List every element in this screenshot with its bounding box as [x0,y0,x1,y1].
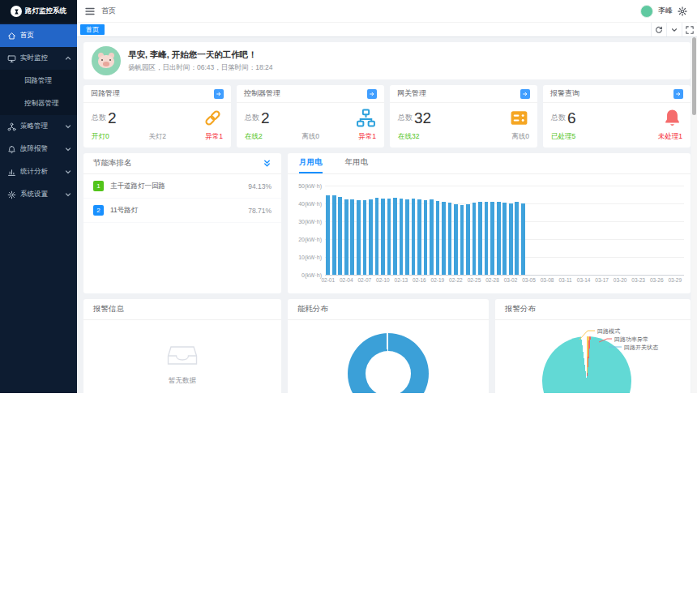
stat-online: 在线32 [398,132,419,142]
stat-lights-on: 开灯0 [92,132,109,142]
share-nodes-icon [7,122,16,131]
tab-home[interactable]: 首页 [80,24,105,35]
alarm-distribution-pie[interactable] [542,336,631,393]
bar-chart-icon [7,168,16,177]
energy-saving-ranking-panel: 节能率排名 1 主干道路灯一回路 94.13% 2 11号路灯 78.71% [83,153,281,293]
energy-distribution-panel: 能耗分布 [288,299,489,393]
scrollbar-thumb[interactable] [692,37,696,115]
empty-text: 暂无数据 [83,376,281,386]
user-name[interactable]: 李峰 [658,6,673,16]
chevron-up-icon [65,55,71,62]
card-title: 网关管理 [397,88,426,99]
stat-offline: 离线0 [511,132,529,142]
sidebar-menu: 首页 实时监控 回路管理 控制器管理 策略管理 [0,23,77,393]
goto-arrow-button[interactable] [520,89,530,99]
fullscreen-icon[interactable] [682,23,697,36]
sidebar: 路灯监控系统 首页 实时监控 回路管理 控制 [0,0,77,393]
alarm-bell-icon [7,145,16,154]
bar-x-axis: 02-0102-0402-0702-1002-1302-1602-1902-22… [325,277,684,287]
sidebar-item-controller-management[interactable]: 控制器管理 [0,92,77,115]
link-icon [203,108,223,128]
panel-title: 能耗分布 [297,304,328,314]
bell-icon [662,108,682,128]
total-label: 总数 [92,113,106,123]
double-chevron-down-icon[interactable] [263,159,272,168]
total-label: 总数 [398,113,413,123]
card-circuit-management: 回路管理 总数 2 开灯0 关灯2 异常1 [83,85,231,148]
alarm-distribution-panel: 报警分布 回路模式 回路功率异常 回路开关状态 [495,299,691,393]
breadcrumb[interactable]: 首页 [101,6,116,16]
stat-online: 在线2 [245,132,263,142]
goto-arrow-button[interactable] [214,89,224,99]
user-avatar[interactable] [640,5,653,18]
total-label: 总数 [245,113,259,123]
home-icon [7,32,16,41]
rank-badge: 1 [93,181,104,191]
app-window: 路灯监控系统 首页 实时监控 回路管理 控制 [0,0,697,393]
refresh-icon[interactable] [651,23,666,36]
welcome-subtitle: 扬帆园区，日出时间：06:43，日落时间：18:24 [128,63,273,73]
top-header: 首页 李峰 [77,0,697,23]
stat-lights-off: 关灯2 [148,132,166,142]
welcome-title: 早安, 李峰, 开始您一天的工作吧！ [128,49,273,61]
panel-title: 节能率排名 [93,158,132,169]
circuit-name: 主干道路灯一回路 [110,182,248,191]
total-value: 6 [567,110,576,126]
collapse-menu-icon[interactable] [85,6,95,16]
stat-handled: 已处理5 [551,132,575,142]
power-usage-chart-panel: 月用电 年用电 50(kW·h)40(kW·h)30(kW·h)20(kW·h)… [288,153,691,293]
card-title: 报警查询 [550,88,579,99]
goto-arrow-button[interactable] [673,89,683,99]
alarm-distribution-chart: 回路模式 回路功率异常 回路开关状态 [495,320,691,393]
chevron-down-icon [65,191,71,198]
app-title: 路灯监控系统 [25,6,66,16]
middle-row: 节能率排名 1 主干道路灯一回路 94.13% 2 11号路灯 78.71% [83,153,691,293]
sidebar-item-statistics[interactable]: 统计分析 [0,160,77,183]
tab-yearly-power[interactable]: 年用电 [345,153,369,173]
empty-inbox-icon [167,344,198,366]
vertical-scrollbar[interactable] [691,37,697,393]
stat-offline: 离线0 [301,132,319,142]
sidebar-item-fault-alarm[interactable]: 故障报警 [0,138,77,160]
alarm-info-panel: 报警信息 暂无数据 [83,299,281,393]
header-user-area: 李峰 [640,5,687,18]
energy-distribution-donut[interactable] [348,333,429,393]
rank-badge: 2 [93,205,104,216]
card-alarm-query: 报警查询 总数 6 已处理5 未处理1 [543,85,691,148]
stat-abnormal: 异常1 [205,132,223,142]
sitemap-icon [356,108,376,128]
sidebar-item-home[interactable]: 首页 [0,24,77,47]
stat-abnormal: 异常1 [358,132,376,142]
chevron-down-icon [65,146,71,152]
welcome-texts: 早安, 李峰, 开始您一天的工作吧！ 扬帆园区，日出时间：06:43，日落时间：… [128,49,273,73]
tag-tab-bar: 首页 [77,23,697,37]
circuit-name: 11号路灯 [110,206,248,216]
card-title: 回路管理 [91,88,120,99]
sidebar-item-system-settings[interactable]: 系统设置 [0,183,77,206]
pie-label-circuit-switch-state: 回路开关状态 [624,344,658,352]
total-label: 总数 [551,113,566,123]
welcome-avatar [92,46,121,75]
total-value: 2 [108,110,117,126]
content-area: 早安, 李峰, 开始您一天的工作吧！ 扬帆园区，日出时间：06:43，日落时间：… [77,37,697,393]
tab-monthly-power[interactable]: 月用电 [299,153,323,173]
panel-title: 报警信息 [93,304,124,314]
ranking-row[interactable]: 2 11号路灯 78.71% [83,199,281,223]
bar-plot [325,186,684,275]
goto-arrow-button[interactable] [367,89,377,99]
panel-title: 报警分布 [505,304,536,314]
settings-gear-icon[interactable] [678,6,687,16]
monitor-icon [7,54,16,63]
total-value: 32 [414,110,431,126]
ranking-row[interactable]: 1 主干道路灯一回路 94.13% [83,174,281,199]
card-controller-management: 控制器管理 总数 2 在线2 离线0 异常1 [237,85,384,148]
chevron-down-icon [65,123,71,130]
chevron-down-icon[interactable] [666,23,682,36]
main-area: 首页 李峰 首页 [77,0,697,393]
monthly-power-bar-chart: 50(kW·h)40(kW·h)30(kW·h)20(kW·h)10(kW·h)… [325,186,684,275]
card-gateway-management: 网关管理 总数 32 在线32 离线0 [390,85,537,148]
sidebar-item-realtime-monitor[interactable]: 实时监控 [0,47,77,70]
sidebar-item-circuit-management[interactable]: 回路管理 [0,70,77,92]
app-logo: 路灯监控系统 [0,0,77,23]
sidebar-item-strategy-management[interactable]: 策略管理 [0,115,77,138]
